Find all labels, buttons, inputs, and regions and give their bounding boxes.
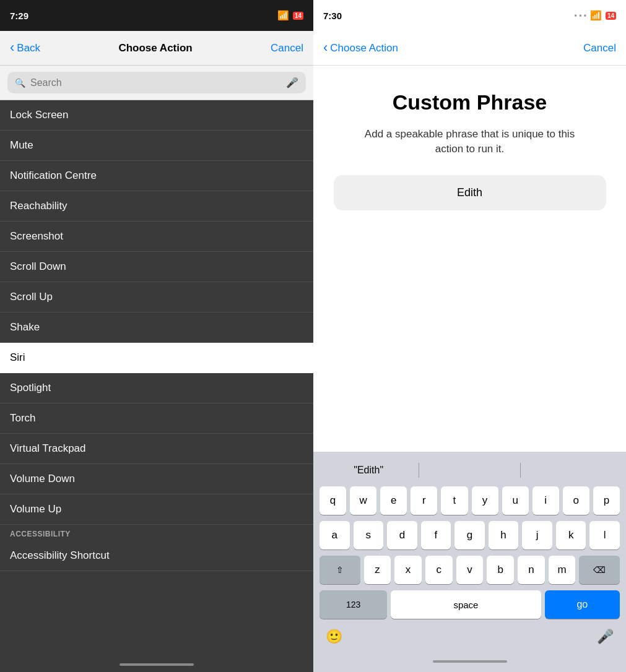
space-key[interactable]: space (391, 590, 541, 619)
key-d[interactable]: d (387, 521, 417, 549)
key-k[interactable]: k (556, 521, 586, 549)
time-right: 7:30 (323, 11, 342, 21)
status-right-icons: • • • 📶 14 (575, 10, 616, 21)
mic-icon-left[interactable]: 🎤 (286, 77, 298, 88)
wifi-icon-left: 📶 (277, 10, 289, 21)
key-z[interactable]: z (364, 556, 391, 584)
phrase-input[interactable] (334, 175, 606, 210)
search-wrapper: 🔍 🎤 (7, 72, 306, 93)
suggestion-divider-1 (419, 463, 419, 478)
back-button-right[interactable]: Choose Action (323, 41, 398, 55)
list-item[interactable]: Volume Down (0, 464, 313, 494)
key-row-1: q w e r t y u i o p (320, 486, 620, 515)
home-bar-right (433, 660, 507, 663)
list-item-siri[interactable]: Siri (0, 343, 313, 373)
list-item-accessibility[interactable]: Accessibility Shortcut (0, 541, 313, 571)
key-y[interactable]: y (472, 486, 498, 515)
key-b[interactable]: b (487, 556, 514, 584)
list-item[interactable]: Spotlight (0, 373, 313, 403)
dictation-key[interactable]: 🎤 (597, 629, 614, 645)
keyboard-suggestions: "Edith" (316, 457, 624, 484)
list-item[interactable]: Shake (0, 312, 313, 343)
cancel-button-left[interactable]: Cancel (271, 42, 303, 54)
keyboard-bottom: 🙂 🎤 (316, 624, 624, 651)
action-list: Lock Screen Mute Notification Centre Rea… (0, 100, 313, 657)
section-header-accessibility: ACCESSIBILITY (0, 525, 313, 541)
back-button-left[interactable]: Back (10, 41, 40, 55)
list-item[interactable]: Reachability (0, 191, 313, 222)
key-t[interactable]: t (441, 486, 467, 515)
key-u[interactable]: u (502, 486, 529, 515)
search-input[interactable] (30, 77, 281, 88)
key-r[interactable]: r (411, 486, 437, 515)
key-j[interactable]: j (522, 521, 552, 549)
keyboard: "Edith" q w e r t y u i o p a (313, 452, 626, 651)
numbers-key[interactable]: 123 (320, 590, 387, 619)
key-row-3: ⇧ z x c v b n m ⌫ (320, 556, 620, 584)
right-panel: 7:30 • • • 📶 14 Choose Action Cancel Cus… (313, 0, 626, 672)
suggestion-left[interactable]: "Edith" (321, 461, 416, 480)
key-o[interactable]: o (563, 486, 589, 515)
list-item[interactable]: Notification Centre (0, 161, 313, 191)
list-item[interactable]: Screenshot (0, 222, 313, 252)
key-e[interactable]: e (380, 486, 407, 515)
search-bar: 🔍 🎤 (0, 66, 313, 100)
nav-bar-left: Back Choose Action Cancel (0, 31, 313, 66)
nav-title-left: Choose Action (118, 42, 192, 54)
battery-badge-left: 14 (293, 12, 303, 20)
keyboard-rows: q w e r t y u i o p a s d f g h j k (316, 484, 624, 624)
time-left: 7:29 (10, 11, 28, 21)
list-item[interactable]: Lock Screen (0, 100, 313, 131)
chevron-left-icon (10, 41, 14, 55)
back-label-right: Choose Action (330, 42, 398, 54)
key-p[interactable]: p (593, 486, 620, 515)
key-row-4: 123 space go (320, 590, 620, 619)
home-indicator-right (313, 651, 626, 672)
backspace-key[interactable]: ⌫ (579, 556, 620, 584)
key-g[interactable]: g (454, 521, 485, 549)
key-i[interactable]: i (533, 486, 559, 515)
list-item[interactable]: Torch (0, 403, 313, 434)
key-v[interactable]: v (456, 556, 484, 584)
signal-dots-icon: • • • (575, 11, 586, 20)
search-icon-left: 🔍 (15, 78, 25, 88)
battery-badge-right: 14 (606, 12, 616, 20)
key-l[interactable]: l (589, 521, 620, 549)
suggestion-right[interactable] (523, 467, 619, 474)
list-item[interactable]: Scroll Up (0, 282, 313, 312)
key-a[interactable]: a (320, 521, 350, 549)
nav-bar-right: Choose Action Cancel (313, 31, 626, 66)
key-s[interactable]: s (354, 521, 384, 549)
suggestion-middle[interactable] (422, 467, 517, 474)
key-c[interactable]: c (425, 556, 453, 584)
chevron-left-icon-right (323, 41, 328, 55)
key-n[interactable]: n (518, 556, 545, 584)
shift-key[interactable]: ⇧ (320, 556, 360, 584)
list-item[interactable]: Volume Up (0, 494, 313, 525)
key-h[interactable]: h (489, 521, 519, 549)
key-f[interactable]: f (421, 521, 451, 549)
key-row-2: a s d f g h j k l (320, 521, 620, 549)
go-key[interactable]: go (545, 590, 620, 619)
cancel-button-right[interactable]: Cancel (583, 42, 616, 54)
home-bar-left (120, 663, 194, 666)
left-panel: 7:29 📶 14 Back Choose Action Cancel 🔍 🎤 … (0, 0, 313, 672)
wifi-icon-right: 📶 (590, 10, 602, 21)
back-label-left: Back (17, 42, 40, 54)
list-item[interactable]: Scroll Down (0, 252, 313, 282)
suggestion-divider-2 (520, 463, 521, 478)
page-description: Add a speakable phrase that is unique to… (352, 127, 588, 157)
content-area: Custom Phrase Add a speakable phrase tha… (313, 66, 626, 452)
page-title: Custom Phrase (393, 90, 547, 114)
key-q[interactable]: q (320, 486, 346, 515)
status-bar-right: 7:30 • • • 📶 14 (313, 0, 626, 31)
status-bar-left: 7:29 📶 14 (0, 0, 313, 31)
key-w[interactable]: w (350, 486, 376, 515)
list-item[interactable]: Mute (0, 131, 313, 161)
key-x[interactable]: x (394, 556, 422, 584)
emoji-key[interactable]: 🙂 (326, 629, 342, 645)
list-item[interactable]: Virtual Trackpad (0, 434, 313, 464)
key-m[interactable]: m (549, 556, 576, 584)
home-indicator-left (0, 657, 313, 672)
